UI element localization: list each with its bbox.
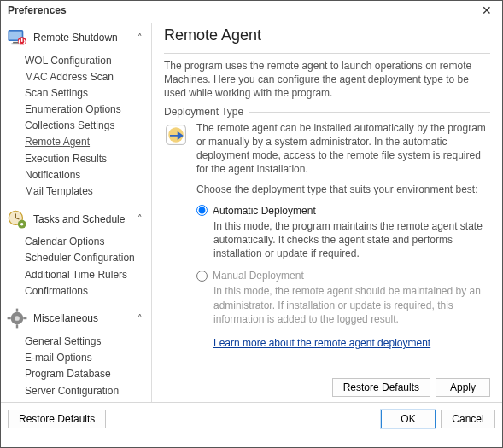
radio-auto-label: Automatic Deployment: [213, 204, 316, 218]
svg-rect-16: [23, 317, 26, 319]
sidebar-item-notifications[interactable]: Notifications: [25, 166, 151, 183]
content-pane: Remote Agent The program uses the remote…: [152, 18, 502, 402]
radio-auto-description: In this mode, the program maintains the …: [213, 219, 490, 261]
sidebar-item-remote-agent[interactable]: Remote Agent: [25, 134, 151, 150]
svg-point-10: [20, 223, 24, 226]
sidebar-item-execution-results[interactable]: Execution Results: [25, 150, 151, 166]
svg-rect-13: [16, 309, 18, 312]
svg-rect-15: [8, 317, 11, 319]
sidebar-item-additional-time-rulers[interactable]: Additional Time Rulers: [25, 266, 151, 282]
sidebar-item-general-settings[interactable]: General Settings: [25, 333, 151, 349]
svg-rect-5: [21, 38, 23, 42]
sidebar-group-label: Tasks and Schedule: [33, 213, 125, 225]
clock-gear-icon: [6, 208, 28, 230]
sidebar-item-calendar-options[interactable]: Calendar Options: [25, 234, 151, 250]
deploy-arrow-icon: [164, 121, 190, 351]
sidebar-item-mail-templates[interactable]: Mail Templates: [25, 183, 151, 200]
title-divider: [164, 53, 490, 54]
page-intro: The program uses the remote agent to lau…: [164, 59, 490, 101]
sidebar-group-label: Remote Shutdown: [33, 32, 118, 44]
restore-defaults-button-bottom[interactable]: Restore Defaults: [8, 410, 106, 428]
sidebar-item-confirmations[interactable]: Confirmations: [25, 282, 151, 299]
chevron-up-icon: ˄: [137, 213, 146, 224]
section-label: Deployment Type: [164, 106, 243, 118]
radio-manual-label: Manual Deployment: [213, 269, 304, 282]
chevron-up-icon: ˄: [137, 313, 146, 324]
close-icon[interactable]: ✕: [478, 4, 495, 16]
learn-more-link[interactable]: Learn more about the remote agent deploy…: [213, 336, 430, 350]
choose-text: Choose the deployment type that suits yo…: [196, 183, 490, 196]
section-description: The remote agent can be installed automa…: [196, 121, 490, 177]
sidebar-item-program-database[interactable]: Program Database: [25, 366, 151, 382]
cancel-button[interactable]: Cancel: [441, 410, 495, 428]
radio-manual-description: In this mode, the remote agent should be…: [213, 284, 490, 326]
section-divider: [249, 112, 490, 113]
sidebar-group-miscellaneous[interactable]: Miscellaneous ˄: [6, 305, 151, 331]
sidebar: Remote Shutdown ˄ WOL Configuration MAC …: [1, 18, 151, 402]
sidebar-item-scheduler-configuration[interactable]: Scheduler Configuration: [25, 250, 151, 266]
page-title: Remote Agent: [164, 26, 490, 44]
sidebar-group-remote-shutdown[interactable]: Remote Shutdown ˄: [6, 25, 151, 50]
sidebar-item-mac-address-scan[interactable]: MAC Address Scan: [25, 68, 151, 84]
sidebar-group-label: Miscellaneous: [33, 312, 98, 324]
sidebar-item-scan-settings[interactable]: Scan Settings: [25, 84, 151, 101]
gear-icon: [6, 307, 28, 329]
radio-manual-input[interactable]: [196, 271, 208, 282]
chevron-up-icon: ˄: [137, 32, 146, 44]
svg-rect-14: [16, 325, 18, 329]
svg-rect-2: [13, 42, 19, 44]
sidebar-item-enumeration-options[interactable]: Enumeration Options: [25, 102, 151, 118]
sidebar-item-collections-settings[interactable]: Collections Settings: [25, 118, 151, 134]
sidebar-item-email-options[interactable]: E-mail Options: [25, 350, 151, 366]
sidebar-item-proxy-settings[interactable]: Proxy Settings: [25, 399, 151, 402]
radio-automatic-deployment[interactable]: Automatic Deployment: [196, 204, 490, 218]
window-title: Preferences: [8, 4, 67, 16]
sidebar-item-server-configuration[interactable]: Server Configuration: [25, 382, 151, 399]
ok-button[interactable]: OK: [381, 410, 436, 428]
monitor-power-icon: [6, 26, 28, 49]
radio-auto-input[interactable]: [196, 205, 208, 216]
apply-button[interactable]: Apply: [436, 378, 490, 397]
sidebar-item-wol-configuration[interactable]: WOL Configuration: [25, 52, 151, 68]
restore-defaults-button[interactable]: Restore Defaults: [332, 378, 430, 397]
svg-point-12: [15, 317, 20, 322]
sidebar-group-tasks-schedule[interactable]: Tasks and Schedule ˄: [6, 207, 151, 232]
radio-manual-deployment[interactable]: Manual Deployment: [196, 269, 490, 282]
